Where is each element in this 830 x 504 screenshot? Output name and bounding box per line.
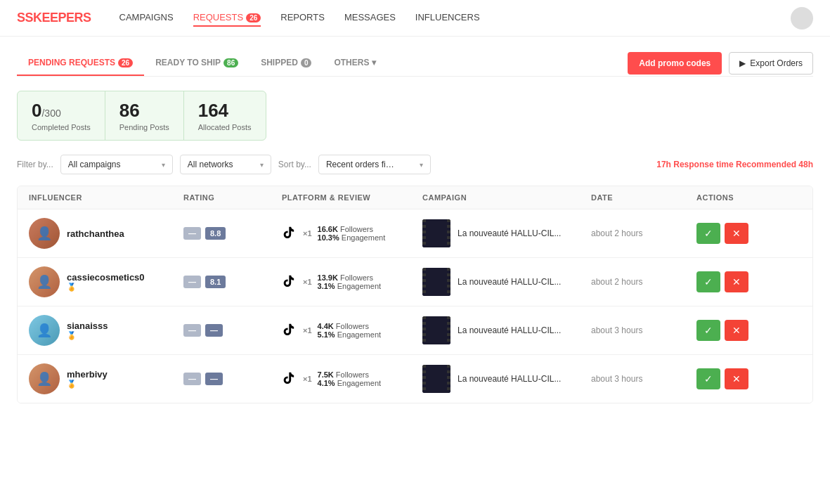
actions-cell: ✓ ✕ <box>696 271 788 292</box>
header: SSKEEPERS CAMPAIGNSREQUESTS26REPORTSMESS… <box>0 0 830 37</box>
tab-others[interactable]: OTHERS ▾ <box>323 51 387 76</box>
stat-completed-num: 0/300 <box>32 100 91 122</box>
reject-button[interactable]: ✕ <box>725 271 748 292</box>
reject-button[interactable]: ✕ <box>725 223 748 244</box>
influencer-name[interactable]: cassiecosmetics0 <box>67 272 145 283</box>
stat-allocated-label: Allocated Posts <box>198 123 252 131</box>
rating-cell: —— <box>183 373 282 385</box>
influencer-cell: 👤cassiecosmetics0🏅 <box>29 266 183 297</box>
rating-score: — <box>205 324 223 337</box>
tab-shipped[interactable]: SHIPPED0 <box>249 51 323 76</box>
nav-item-campaigns[interactable]: CAMPAIGNS <box>119 9 174 27</box>
stat-pending-num: 86 <box>119 100 169 122</box>
campaign-filter[interactable]: All campaigns ▾ <box>60 155 173 174</box>
influencer-info: mherbivy🏅 <box>67 369 108 389</box>
date-cell: about 2 hours <box>591 228 696 238</box>
campaign-thumbnail <box>422 365 450 393</box>
campaign-name: La nouveauté HALLU-CIL... <box>458 325 561 335</box>
influencer-verified-badge: 🏅 <box>67 380 108 389</box>
nav-item-messages[interactable]: MESSAGES <box>344 9 396 27</box>
campaign-cell: La nouveauté HALLU-CIL... <box>422 268 591 296</box>
influencer-cell: 👤rathchanthea <box>29 218 183 249</box>
campaign-cell: La nouveauté HALLU-CIL... <box>422 316 591 344</box>
tab-badge-shipped: 0 <box>301 58 312 67</box>
nav-item-influencers[interactable]: INFLUENCERS <box>415 9 480 27</box>
campaign-name: La nouveauté HALLU-CIL... <box>458 228 561 238</box>
rating-dash: — <box>183 276 201 288</box>
table-row: 👤mherbivy🏅—— ×1 7.5K Followers 4.1% Enga… <box>18 355 812 403</box>
platform-cell: ×1 13.9K Followers 3.1% Engagement <box>282 273 422 290</box>
influencer-cell: 👤mherbivy🏅 <box>29 363 183 394</box>
network-filter[interactable]: All networks ▾ <box>180 155 271 174</box>
table-row: 👤rathchanthea—8.8 ×1 16.6K Followers 10.… <box>18 209 812 258</box>
campaign-cell: La nouveauté HALLU-CIL... <box>422 365 591 393</box>
platform-count: ×1 <box>303 326 312 335</box>
avatar: 👤 <box>29 218 60 249</box>
main-content: PENDING REQUESTS26READY TO SHIP86SHIPPED… <box>0 37 830 418</box>
sort-by-label: Sort by... <box>278 160 311 169</box>
table-row: 👤cassiecosmetics0🏅—8.1 ×1 13.9K Follower… <box>18 258 812 306</box>
stat-pending: 86 Pending Posts <box>105 91 183 140</box>
avatar: 👤 <box>29 363 60 394</box>
tab-actions: Add promo codes ▶ Export Orders <box>628 52 813 75</box>
reject-button[interactable]: ✕ <box>725 368 748 389</box>
filters-bar: Filter by... All campaigns ▾ All network… <box>17 155 813 174</box>
stat-completed-label: Completed Posts <box>32 123 91 131</box>
header-right <box>791 7 813 30</box>
nav-item-reports[interactable]: REPORTS <box>280 9 325 27</box>
reject-button[interactable]: ✕ <box>725 320 748 341</box>
campaign-thumbnail <box>422 316 450 344</box>
date-cell: about 3 hours <box>591 374 696 384</box>
table-header: INFLUENCERRATINGPLATFORM & REVIEWCAMPAIG… <box>18 186 812 209</box>
engagement-stat: 5.1% Engagement <box>318 330 382 339</box>
response-time-indicator: 17h Response time Recommended 48h <box>656 160 813 169</box>
campaign-name: La nouveauté HALLU-CIL... <box>458 277 561 287</box>
nav-item-requests[interactable]: REQUESTS26 <box>193 9 261 27</box>
campaign-name: La nouveauté HALLU-CIL... <box>458 374 561 384</box>
export-orders-button[interactable]: ▶ Export Orders <box>729 52 813 75</box>
approve-button[interactable]: ✓ <box>696 271 720 292</box>
nav-badge-requests: 26 <box>246 13 261 22</box>
chevron-down-icon: ▾ <box>260 161 264 169</box>
stat-allocated-num: 164 <box>198 100 252 122</box>
influencer-name[interactable]: rathchanthea <box>67 228 124 239</box>
engagement-stat: 4.1% Engagement <box>318 379 382 387</box>
engagement-stat: 10.3% Engagement <box>318 233 386 242</box>
rating-score: — <box>205 373 223 385</box>
table-body: 👤rathchanthea—8.8 ×1 16.6K Followers 10.… <box>18 209 812 403</box>
avatar: 👤 <box>29 266 60 297</box>
rating-cell: —8.1 <box>183 276 282 288</box>
platform-count: ×1 <box>303 375 312 383</box>
influencer-name[interactable]: mherbivy <box>67 369 108 380</box>
approve-button[interactable]: ✓ <box>696 223 720 244</box>
chevron-down-icon: ▾ <box>420 161 423 169</box>
th-date: DATE <box>591 193 696 202</box>
influencer-name[interactable]: sianaisss <box>67 321 108 331</box>
platform-cell: ×1 16.6K Followers 10.3% Engagement <box>282 225 422 242</box>
add-promo-button[interactable]: Add promo codes <box>628 52 722 75</box>
approve-button[interactable]: ✓ <box>696 368 720 389</box>
approve-button[interactable]: ✓ <box>696 320 720 341</box>
rating-score: 8.1 <box>205 276 226 288</box>
tiktok-icon <box>282 371 297 387</box>
followers-stat: 16.6K Followers <box>318 225 386 233</box>
campaign-thumbnail <box>422 219 450 247</box>
tab-ready[interactable]: READY TO SHIP86 <box>144 51 249 76</box>
tab-pending[interactable]: PENDING REQUESTS26 <box>17 51 144 76</box>
rating-dash: — <box>183 227 201 240</box>
platform-count: ×1 <box>303 278 312 286</box>
th-platform--review: PLATFORM & REVIEW <box>282 193 422 202</box>
platform-stats: 4.4K Followers 5.1% Engagement <box>318 322 382 339</box>
followers-stat: 4.4K Followers <box>318 322 382 330</box>
sort-filter[interactable]: Recent orders fi… ▾ <box>318 155 431 174</box>
tab-badge-pending: 26 <box>118 58 133 67</box>
logo[interactable]: SSKEEPERS <box>17 11 91 25</box>
stat-allocated: 164 Allocated Posts <box>183 91 266 140</box>
export-icon: ▶ <box>739 58 746 68</box>
rating-score: 8.8 <box>205 227 226 240</box>
tiktok-icon <box>282 323 297 338</box>
engagement-stat: 3.1% Engagement <box>318 282 382 290</box>
date-cell: about 2 hours <box>591 277 696 287</box>
chevron-down-icon: ▾ <box>162 161 165 169</box>
user-avatar[interactable] <box>791 7 813 30</box>
